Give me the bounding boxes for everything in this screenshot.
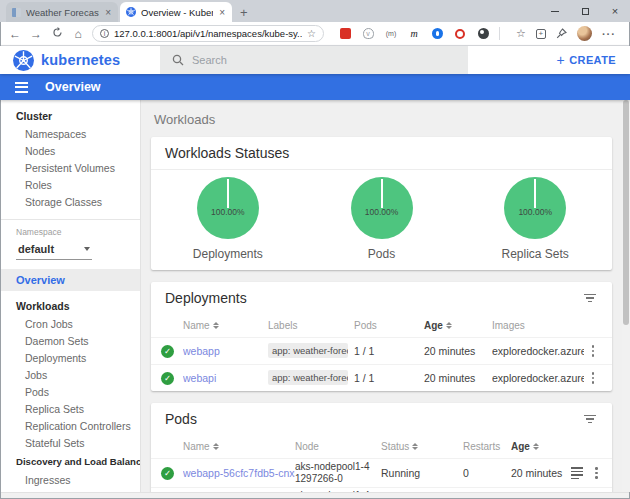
chart-label: Replica Sets	[501, 247, 568, 261]
column-header-name[interactable]: Name	[183, 441, 295, 452]
pods-table-header: Name Node Status Restarts Age	[151, 435, 612, 458]
sidebar-item-nodes[interactable]: Nodes	[0, 143, 140, 160]
address-bar[interactable]: i 127.0.0.1:8001/api/v1/namespaces/kube-…	[92, 25, 324, 42]
sidebar-item-stateful-sets[interactable]: Stateful Sets	[0, 435, 140, 452]
status-ok-icon: ✓	[161, 372, 174, 385]
card-title: Deployments	[165, 290, 247, 306]
label-chip: app: weather-forecas	[268, 370, 348, 385]
workloads-statuses-card: Workloads Statuses 100.00% Deployments 1	[151, 137, 612, 270]
sidebar-item-replication-controllers[interactable]: Replication Controllers	[0, 418, 140, 435]
pods-count: 1 / 1	[354, 372, 424, 384]
column-header-age[interactable]: Age	[511, 441, 571, 452]
row-menu-icon[interactable]	[584, 370, 602, 386]
sidebar: Cluster Namespaces Nodes Persistent Volu…	[0, 100, 141, 492]
deployment-link[interactable]: webapp	[183, 345, 268, 357]
toolbar-divider	[499, 27, 500, 40]
namespace-select[interactable]: default	[16, 240, 92, 260]
close-button[interactable]: ×	[600, 0, 630, 22]
blue-circle-extension-icon[interactable]	[431, 28, 443, 40]
filter-icon[interactable]	[582, 292, 598, 305]
sidebar-item-deployments[interactable]: Deployments	[0, 350, 140, 367]
red-square-extension-icon[interactable]	[339, 28, 351, 40]
pie-graphic: 100.00%	[351, 177, 413, 239]
logs-icon[interactable]	[571, 467, 591, 479]
dashboard-toolbar: Overview	[0, 74, 630, 100]
profile-avatar[interactable]	[577, 26, 592, 41]
vertical-scrollbar[interactable]	[622, 100, 630, 492]
namespace-label: Namespace	[0, 227, 140, 237]
deployment-link[interactable]: webapi	[183, 372, 268, 384]
label-chip: app: weather-forecas	[268, 343, 348, 358]
tab-title: Overview - Kubernetes Dashboa	[141, 7, 213, 18]
column-header-pods: Pods	[354, 320, 424, 331]
status-ok-icon: ✓	[161, 467, 174, 480]
search-input[interactable]	[192, 54, 412, 66]
chart-label: Pods	[368, 247, 395, 261]
column-header-labels: Labels	[268, 320, 354, 331]
sidebar-item-overview[interactable]: Overview	[0, 269, 140, 291]
refresh-icon[interactable]	[50, 27, 64, 41]
new-tab-button[interactable]: +	[232, 5, 256, 22]
card-title: Pods	[165, 411, 197, 427]
favorites-icon[interactable]: ☆	[516, 27, 526, 40]
row-menu-icon[interactable]	[591, 465, 602, 481]
sidebar-item-ingresses[interactable]: Ingresses	[0, 472, 140, 489]
collections-icon[interactable]: +	[536, 29, 546, 39]
browser-tab-weather-webapp[interactable]: Weather Forecast - WebApp ×	[6, 2, 118, 22]
dark-circle-extension-icon[interactable]	[477, 28, 489, 40]
sidebar-item-namespaces[interactable]: Namespaces	[0, 126, 140, 143]
sidebar-item-jobs[interactable]: Jobs	[0, 367, 140, 384]
forward-icon[interactable]: →	[29, 27, 43, 41]
home-icon[interactable]: ⌂	[71, 27, 85, 41]
column-header-status[interactable]: Status	[381, 441, 463, 452]
sidebar-item-persistent-volumes[interactable]: Persistent Volumes	[0, 160, 140, 177]
pie-graphic: 100.00%	[504, 177, 566, 239]
red-ring-extension-icon[interactable]	[454, 28, 466, 40]
site-info-icon[interactable]: i	[100, 29, 109, 38]
maximize-button[interactable]	[570, 0, 600, 22]
horizontal-scrollbar[interactable]	[0, 492, 630, 499]
restarts-value: 0	[463, 467, 511, 479]
filter-icon[interactable]	[582, 413, 598, 426]
pie-percentage: 100.00%	[211, 207, 245, 217]
browser-menu-icon[interactable]: ···	[602, 28, 616, 40]
url-text[interactable]: 127.0.0.1:8001/api/v1/namespaces/kube-sy…	[114, 28, 302, 39]
search-box[interactable]	[160, 46, 468, 74]
create-button[interactable]: + CREATE	[557, 52, 616, 68]
back-icon[interactable]: ←	[8, 27, 22, 41]
row-menu-icon[interactable]	[584, 343, 602, 359]
browser-tab-kubernetes-dashboard[interactable]: Overview - Kubernetes Dashboa ×	[120, 2, 232, 22]
table-row: ✓ webapi app: weather-forecas 1 / 1 20 m…	[151, 364, 612, 391]
pocket-extension-icon[interactable]: v	[362, 28, 374, 40]
deployments-pie-chart: 100.00% Deployments	[151, 177, 305, 261]
tab-close-icon[interactable]: ×	[218, 7, 226, 18]
age-value: 20 minutes	[424, 345, 492, 357]
medium-extension-icon[interactable]: m	[408, 28, 420, 40]
maximize-icon	[582, 8, 589, 15]
m-paren-extension-icon[interactable]: (m)	[385, 28, 397, 40]
pie-tick	[227, 179, 229, 208]
pod-link[interactable]: webapp-56cfc7fdb5-cnxsd	[183, 467, 295, 479]
sidebar-item-storage-classes[interactable]: Storage Classes	[0, 194, 140, 211]
age-value: 20 minutes	[511, 467, 571, 479]
pin-icon[interactable]	[556, 25, 567, 43]
sidebar-item-cron-jobs[interactable]: Cron Jobs	[0, 316, 140, 333]
column-header-age[interactable]: Age	[424, 320, 492, 331]
column-header-name[interactable]: Name	[183, 320, 268, 331]
scrollbar-thumb[interactable]	[623, 100, 629, 325]
sidebar-item-pods[interactable]: Pods	[0, 384, 140, 401]
tab-close-icon[interactable]: ×	[104, 7, 112, 18]
pie-percentage: 100.00%	[365, 207, 399, 217]
age-value: 20 minutes	[424, 372, 492, 384]
extensions-area: v (m) m	[339, 28, 489, 40]
sidebar-item-replica-sets[interactable]: Replica Sets	[0, 401, 140, 418]
kubernetes-brand[interactable]: kubernetes	[0, 50, 120, 71]
bookmark-star-icon[interactable]: ☆	[307, 28, 316, 39]
toolbar-page-title: Overview	[45, 80, 101, 94]
status-ok-icon: ✓	[161, 345, 174, 358]
status-charts: 100.00% Deployments 100.00% Pods	[151, 170, 612, 270]
sidebar-item-roles[interactable]: Roles	[0, 177, 140, 194]
sidebar-item-daemon-sets[interactable]: Daemon Sets	[0, 333, 140, 350]
menu-hamburger-icon[interactable]	[15, 82, 28, 93]
minimize-button[interactable]	[540, 0, 570, 22]
